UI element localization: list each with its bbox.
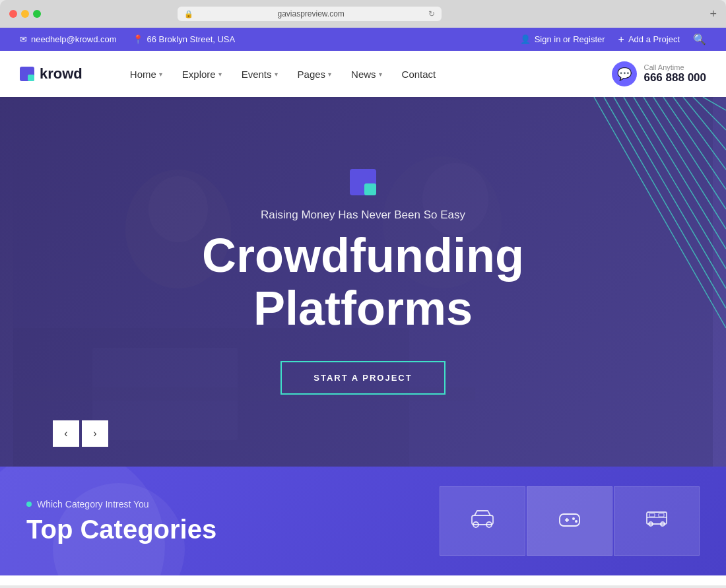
bottom-left-content: Which Category Intrest You Top Categorie… <box>26 499 216 544</box>
call-info: Call Anytime 666 888 000 <box>644 63 706 84</box>
nav-label-pages: Pages <box>298 69 326 80</box>
nav-label-contact: Contact <box>402 69 436 80</box>
hero-title-line2: Platforms <box>253 282 473 335</box>
top-bar-left: ✉ needhelp@krowd.com 📍 66 Broklyn Street… <box>20 34 235 44</box>
address-item: 📍 66 Broklyn Street, USA <box>133 34 236 44</box>
minimize-button[interactable] <box>21 10 29 18</box>
nav-label-news: News <box>351 69 376 80</box>
hero-title: Crowdfunding Platforms <box>202 230 524 334</box>
prev-slide-button[interactable]: ‹ <box>53 420 79 447</box>
add-project-item[interactable]: + Add a Project <box>618 34 680 46</box>
browser-window: 🔒 gaviaspreview.com ↻ + ✉ needhelp@krowd… <box>0 0 726 585</box>
call-label: Call Anytime <box>644 63 706 71</box>
add-project-text[interactable]: Add a Project <box>628 34 680 44</box>
nav-item-home[interactable]: Home ▾ <box>122 63 170 85</box>
email-text[interactable]: needhelp@krowd.com <box>31 34 117 44</box>
hero-subtitle: Raising Money Has Never Been So Easy <box>261 209 465 222</box>
start-project-button[interactable]: START A PROJECT <box>280 361 445 395</box>
website-content: ✉ needhelp@krowd.com 📍 66 Broklyn Street… <box>0 28 726 585</box>
search-icon[interactable]: 🔍 <box>693 33 706 46</box>
nav-label-home: Home <box>130 69 156 80</box>
next-slide-button[interactable]: › <box>82 420 108 447</box>
nav-link-explore[interactable]: Explore ▾ <box>174 63 230 85</box>
hero-title-line1: Crowdfunding <box>202 229 524 282</box>
signin-text[interactable]: Sign in or Register <box>535 34 605 44</box>
svg-point-27 <box>575 520 578 523</box>
maximize-button[interactable] <box>33 10 41 18</box>
chevron-down-icon: ▾ <box>328 71 331 78</box>
browser-traffic-lights <box>9 10 41 18</box>
category-card-3[interactable] <box>614 486 700 556</box>
nav-item-events[interactable]: Events ▾ <box>234 63 286 85</box>
address-text: 66 Broklyn Street, USA <box>147 34 236 44</box>
logo-text: krowd <box>40 65 82 82</box>
url-text: gaviaspreview.com <box>197 9 424 18</box>
category-card-1[interactable] <box>440 486 525 556</box>
email-item: ✉ needhelp@krowd.com <box>20 34 117 44</box>
nav-item-contact[interactable]: Contact <box>394 63 444 85</box>
user-icon: 👤 <box>520 34 531 44</box>
nav-right: 💬 Call Anytime 666 888 000 <box>612 61 706 86</box>
bottom-title-line1: Top Categories <box>26 515 216 544</box>
top-categories-title: Top Categories <box>26 515 216 544</box>
top-bar-right: 👤 Sign in or Register + Add a Project 🔍 <box>520 33 706 46</box>
top-bar: ✉ needhelp@krowd.com 📍 66 Broklyn Street… <box>0 28 726 51</box>
bus-icon <box>644 509 670 533</box>
plus-icon: + <box>618 34 624 46</box>
car-icon <box>469 509 496 533</box>
nav-label-explore: Explore <box>182 69 216 80</box>
svg-rect-20 <box>472 515 493 525</box>
svg-rect-23 <box>560 514 579 526</box>
logo[interactable]: krowd <box>20 65 82 82</box>
nav-item-explore[interactable]: Explore ▾ <box>174 63 230 85</box>
nav-item-news[interactable]: News ▾ <box>343 63 390 85</box>
new-tab-button[interactable]: + <box>710 7 717 21</box>
location-icon: 📍 <box>133 34 143 44</box>
nav-item-pages[interactable]: Pages ▾ <box>290 63 340 85</box>
nav-link-pages[interactable]: Pages ▾ <box>290 63 340 85</box>
chevron-down-icon: ▾ <box>379 71 382 78</box>
chevron-down-icon: ▾ <box>218 71 222 78</box>
slider-controls: ‹ › <box>53 420 108 447</box>
chevron-down-icon: ▾ <box>275 71 278 78</box>
close-button[interactable] <box>9 10 17 18</box>
svg-rect-33 <box>659 513 664 517</box>
gamepad-icon <box>556 509 583 533</box>
which-dot-icon <box>26 502 32 507</box>
category-cards <box>440 486 700 556</box>
refresh-icon[interactable]: ↻ <box>428 9 435 18</box>
category-card-2[interactable] <box>527 486 612 556</box>
bottom-section: Which Category Intrest You Top Categorie… <box>0 467 726 575</box>
which-category-text: Which Category Intrest You <box>37 499 149 509</box>
nav-link-home[interactable]: Home ▾ <box>122 63 170 85</box>
hero-logo-icon <box>350 169 376 195</box>
navbar: krowd Home ▾ Explore ▾ Eve <box>0 51 726 97</box>
call-anytime: 💬 Call Anytime 666 888 000 <box>612 61 706 86</box>
nav-link-news[interactable]: News ▾ <box>343 63 390 85</box>
browser-titlebar: 🔒 gaviaspreview.com ↻ + <box>0 0 726 28</box>
chat-icon[interactable]: 💬 <box>612 61 637 86</box>
svg-point-26 <box>572 517 575 520</box>
chevron-down-icon: ▾ <box>159 71 162 78</box>
nav-link-contact[interactable]: Contact <box>394 63 444 85</box>
call-number: 666 888 000 <box>644 71 706 84</box>
nav-menu: Home ▾ Explore ▾ Events ▾ <box>122 63 444 85</box>
nav-label-events: Events <box>242 69 272 80</box>
hero-content: Raising Money Has Never Been So Easy Cro… <box>0 97 726 467</box>
nav-link-events[interactable]: Events ▾ <box>234 63 286 85</box>
lock-icon: 🔒 <box>184 10 193 18</box>
email-icon: ✉ <box>20 34 27 44</box>
svg-rect-32 <box>649 513 655 517</box>
which-category-label: Which Category Intrest You <box>26 499 216 509</box>
logo-icon <box>20 67 34 81</box>
address-bar[interactable]: 🔒 gaviaspreview.com ↻ <box>178 7 442 21</box>
hero-section: Raising Money Has Never Been So Easy Cro… <box>0 97 726 467</box>
signin-item[interactable]: 👤 Sign in or Register <box>520 34 605 44</box>
